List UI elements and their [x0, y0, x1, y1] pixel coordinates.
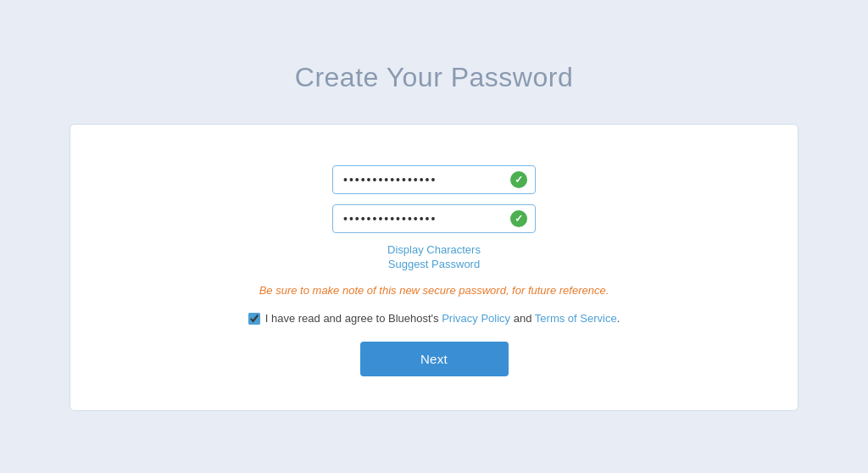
password-input[interactable]: [332, 165, 536, 194]
password-field-wrapper: [332, 165, 536, 194]
privacy-policy-link[interactable]: Privacy Policy: [442, 312, 510, 325]
password-links: Display Characters Suggest Password: [387, 243, 481, 270]
terms-of-service-link[interactable]: Terms of Service: [535, 312, 617, 325]
next-button[interactable]: Next: [360, 342, 509, 376]
password-warning: Be sure to make note of this new secure …: [259, 284, 609, 297]
password-valid-icon: [510, 171, 527, 188]
agreement-checkbox[interactable]: [248, 313, 260, 325]
suggest-password-link[interactable]: Suggest Password: [388, 258, 480, 270]
confirm-password-valid-icon: [510, 210, 527, 227]
agreement-and: and: [514, 312, 532, 325]
display-characters-link[interactable]: Display Characters: [387, 243, 481, 256]
confirm-password-field-wrapper: [332, 204, 536, 233]
agreement-prefix: I have read and agree to Bluehost's: [265, 312, 439, 325]
password-card: Display Characters Suggest Password Be s…: [70, 124, 798, 411]
confirm-password-input[interactable]: [332, 204, 536, 233]
agreement-row: I have read and agree to Bluehost's Priv…: [248, 312, 620, 325]
page-title: Create Your Password: [295, 62, 573, 93]
agreement-text: I have read and agree to Bluehost's Priv…: [265, 312, 620, 325]
